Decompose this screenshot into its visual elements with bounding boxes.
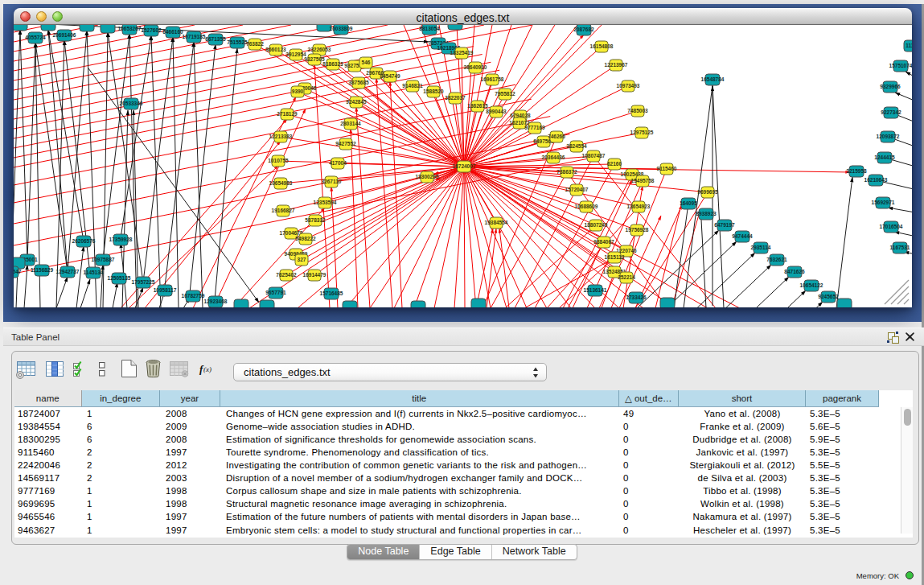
svg-text:9329966: 9329966 xyxy=(880,84,901,89)
svg-text:16961758: 16961758 xyxy=(481,76,504,82)
svg-text:38640910: 38640910 xyxy=(464,64,487,70)
svg-text:3822037: 3822037 xyxy=(445,95,466,101)
svg-text:7515525: 7515525 xyxy=(227,39,248,45)
svg-text:8660123: 8660123 xyxy=(265,47,286,52)
svg-text:9777169: 9777169 xyxy=(524,125,545,130)
svg-text:2718129: 2718129 xyxy=(277,111,298,117)
svg-text:12213967: 12213967 xyxy=(605,62,628,68)
svg-text:9657791: 9657791 xyxy=(265,290,286,295)
svg-text:16154808: 16154808 xyxy=(590,43,614,49)
svg-text:417004: 417004 xyxy=(329,160,347,166)
svg-text:9390: 9390 xyxy=(292,89,304,94)
svg-text:13325419: 13325419 xyxy=(450,50,474,56)
svg-text:3215958: 3215958 xyxy=(846,168,867,174)
svg-text:9115460: 9115460 xyxy=(657,166,677,171)
svg-text:12093872: 12093872 xyxy=(877,134,900,139)
svg-text:1112: 1112 xyxy=(906,43,912,48)
svg-text:9384067: 9384067 xyxy=(593,239,614,245)
svg-text:327: 327 xyxy=(298,257,306,262)
svg-text:20691406: 20691406 xyxy=(53,32,76,38)
svg-text:10975887: 10975887 xyxy=(92,257,115,262)
svg-text:10688609: 10688609 xyxy=(575,204,598,209)
svg-text:8990443: 8990443 xyxy=(486,109,507,114)
svg-text:16033809: 16033809 xyxy=(330,26,353,31)
svg-text:20533346: 20533346 xyxy=(120,101,143,106)
svg-text:9327505: 9327505 xyxy=(304,56,325,62)
svg-text:10973493: 10973493 xyxy=(617,83,640,89)
svg-text:7386372: 7386372 xyxy=(556,169,577,175)
svg-text:9227342: 9227342 xyxy=(881,109,901,115)
svg-text:9146821: 9146821 xyxy=(402,83,423,89)
svg-text:1615112: 1615112 xyxy=(605,254,625,260)
svg-text:10653267: 10653267 xyxy=(118,26,142,31)
svg-text:6671355: 6671355 xyxy=(205,36,226,42)
svg-text:16914479: 16914479 xyxy=(303,272,326,278)
svg-text:3911547: 3911547 xyxy=(14,269,22,274)
svg-text:3267110: 3267110 xyxy=(322,179,342,184)
svg-text:763822: 763822 xyxy=(246,41,264,47)
svg-text:15136141: 15136141 xyxy=(584,287,607,293)
svg-text:9245652: 9245652 xyxy=(818,294,839,299)
svg-text:16782759: 16782759 xyxy=(182,293,205,299)
svg-text:10807487: 10807487 xyxy=(582,153,606,159)
svg-text:20364436: 20364436 xyxy=(542,154,565,160)
svg-text:17359928: 17359928 xyxy=(109,237,133,242)
svg-text:164095: 164095 xyxy=(680,200,697,206)
svg-text:7625402: 7625402 xyxy=(276,272,297,278)
svg-text:19166827: 19166827 xyxy=(272,208,295,213)
svg-text:1145134: 1145134 xyxy=(84,270,104,275)
svg-text:1010755: 1010755 xyxy=(268,158,289,163)
svg-text:15751074: 15751074 xyxy=(889,63,912,68)
svg-text:15716485: 15716485 xyxy=(320,290,343,296)
svg-text:1362615: 1362615 xyxy=(467,103,488,109)
svg-text:17016504: 17016504 xyxy=(880,224,903,229)
svg-text:23226053: 23226053 xyxy=(308,47,331,52)
svg-text:5498222: 5498222 xyxy=(295,236,316,241)
svg-text:3824554: 3824554 xyxy=(566,143,587,149)
svg-text:7632621: 7632621 xyxy=(766,257,787,262)
svg-text:8186323: 8186323 xyxy=(322,61,343,67)
svg-text:8454749: 8454749 xyxy=(380,73,400,79)
svg-text:10958117: 10958117 xyxy=(154,287,177,293)
svg-text:18807249: 18807249 xyxy=(585,222,608,228)
svg-text:18724007: 18724007 xyxy=(453,163,476,169)
svg-text:2087682: 2087682 xyxy=(573,27,594,32)
svg-text:10719185: 10719185 xyxy=(183,34,206,39)
svg-text:3912954: 3912954 xyxy=(285,51,306,57)
svg-text:2935114: 2935114 xyxy=(751,245,771,250)
svg-text:546: 546 xyxy=(362,60,371,65)
svg-text:15692971: 15692971 xyxy=(872,200,895,205)
svg-text:13654923: 13654923 xyxy=(627,204,651,209)
svg-text:2803144: 2803144 xyxy=(340,121,361,126)
svg-text:8471626: 8471626 xyxy=(784,269,805,274)
svg-text:9699695: 9699695 xyxy=(697,189,718,195)
svg-text:26206576: 26206576 xyxy=(72,238,96,244)
svg-text:1588520: 1588520 xyxy=(423,89,444,94)
svg-text:1527602: 1527602 xyxy=(141,27,162,33)
svg-text:10654122: 10654122 xyxy=(800,282,823,288)
svg-text:8938923: 8938923 xyxy=(696,211,717,216)
svg-text:12942737: 12942737 xyxy=(56,269,80,274)
svg-text:19384554: 19384554 xyxy=(485,220,508,225)
svg-text:7955812: 7955812 xyxy=(495,91,515,97)
svg-text:252214: 252214 xyxy=(618,274,635,280)
svg-text:9474444: 9474444 xyxy=(732,233,753,239)
svg-text:12975125: 12975125 xyxy=(630,130,654,135)
svg-text:(x): (x) xyxy=(203,365,211,373)
svg-text:3875685: 3875685 xyxy=(348,80,369,85)
svg-text:1167531: 1167531 xyxy=(890,245,910,250)
svg-text:9242845: 9242845 xyxy=(346,99,367,105)
svg-text:7485003: 7485003 xyxy=(627,108,648,113)
svg-text:12353594: 12353594 xyxy=(314,200,337,205)
svg-text:16210643: 16210643 xyxy=(864,177,888,183)
svg-text:746266: 746266 xyxy=(548,134,565,139)
svg-text:12923468: 12923468 xyxy=(204,299,228,304)
svg-text:12505135: 12505135 xyxy=(108,275,131,281)
svg-text:12213383: 12213383 xyxy=(269,134,293,139)
svg-text:5878332: 5878332 xyxy=(305,217,326,223)
svg-text:15495758: 15495758 xyxy=(631,178,655,183)
svg-text:4055724: 4055724 xyxy=(25,35,46,40)
svg-text:6466160: 6466160 xyxy=(162,29,183,35)
svg-text:18300295: 18300295 xyxy=(416,174,439,179)
svg-text:11156829: 11156829 xyxy=(31,267,54,273)
